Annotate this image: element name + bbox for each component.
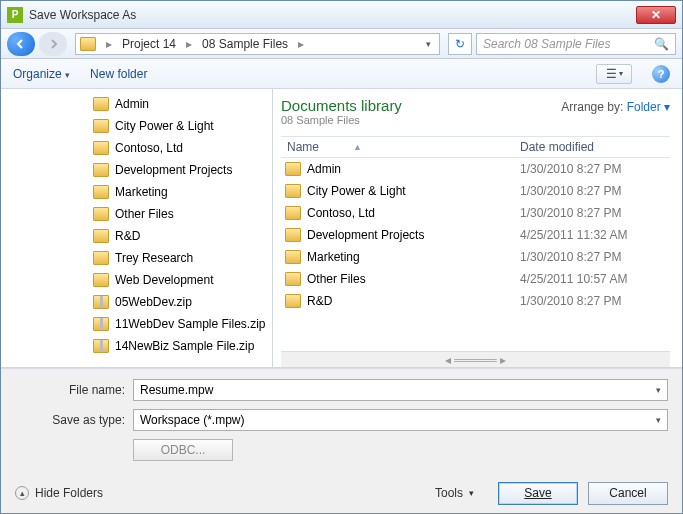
folder-icon: [93, 141, 109, 155]
library-subtitle: 08 Sample Files: [281, 114, 402, 126]
window-title: Save Workspace As: [29, 8, 636, 22]
filename-label: File name:: [15, 383, 125, 397]
folder-icon: [93, 207, 109, 221]
file-name: Contoso, Ltd: [307, 206, 375, 220]
file-name: Marketing: [307, 250, 360, 264]
tree-item[interactable]: R&D: [21, 225, 272, 247]
search-input[interactable]: Search 08 Sample Files 🔍: [476, 33, 676, 55]
view-mode-button[interactable]: ☰ ▾: [596, 64, 632, 84]
file-name: Other Files: [307, 272, 366, 286]
tree-item-label: 14NewBiz Sample File.zip: [115, 339, 254, 353]
new-folder-button[interactable]: New folder: [90, 67, 147, 81]
tree-item[interactable]: Marketing: [21, 181, 272, 203]
tree-item-label: Web Development: [115, 273, 214, 287]
breadcrumb-sep: ▸: [182, 37, 196, 51]
tree-item-label: City Power & Light: [115, 119, 214, 133]
arrange-by[interactable]: Arrange by: Folder ▾: [561, 100, 670, 114]
file-row[interactable]: Other Files4/25/2011 10:57 AM: [281, 268, 670, 290]
tree-item-label: 05WebDev.zip: [115, 295, 192, 309]
column-date[interactable]: Date modified: [520, 140, 670, 154]
organize-menu[interactable]: Organize ▾: [13, 67, 70, 81]
file-row[interactable]: Contoso, Ltd1/30/2010 8:27 PM: [281, 202, 670, 224]
back-button[interactable]: [7, 32, 35, 56]
tree-item[interactable]: City Power & Light: [21, 115, 272, 137]
tree-item[interactable]: Trey Research: [21, 247, 272, 269]
tree-item-label: 11WebDev Sample Files.zip: [115, 317, 266, 331]
file-row[interactable]: Admin1/30/2010 8:27 PM: [281, 158, 670, 180]
folder-tree[interactable]: AdminCity Power & LightContoso, LtdDevel…: [1, 89, 273, 367]
column-headers[interactable]: Name▲ Date modified: [281, 136, 670, 158]
cancel-button[interactable]: Cancel: [588, 482, 668, 505]
breadcrumb-sep: ▸: [102, 37, 116, 51]
close-button[interactable]: ✕: [636, 6, 676, 24]
chevron-down-icon[interactable]: ▾: [656, 385, 661, 395]
footer: ▴ Hide Folders Tools ▾ Save Cancel: [1, 473, 682, 513]
folder-icon: [285, 228, 301, 242]
tree-item-label: R&D: [115, 229, 140, 243]
tree-item[interactable]: 05WebDev.zip: [21, 291, 272, 313]
back-arrow-icon: [15, 38, 27, 50]
folder-icon: [93, 163, 109, 177]
help-button[interactable]: ?: [652, 65, 670, 83]
folder-icon: [93, 185, 109, 199]
file-row[interactable]: R&D1/30/2010 8:27 PM: [281, 290, 670, 312]
file-name: City Power & Light: [307, 184, 406, 198]
tree-item[interactable]: Other Files: [21, 203, 272, 225]
file-row[interactable]: City Power & Light1/30/2010 8:27 PM: [281, 180, 670, 202]
chevron-down-icon[interactable]: ▾: [656, 415, 661, 425]
file-list[interactable]: Admin1/30/2010 8:27 PMCity Power & Light…: [281, 158, 670, 351]
sort-asc-icon: ▲: [353, 142, 362, 152]
folder-icon: [93, 251, 109, 265]
tree-item[interactable]: Admin: [21, 93, 272, 115]
tree-item-label: Marketing: [115, 185, 168, 199]
file-date: 1/30/2010 8:27 PM: [520, 250, 670, 264]
breadcrumb-seg[interactable]: 08 Sample Files: [198, 37, 292, 51]
odbc-button[interactable]: ODBC...: [133, 439, 233, 461]
file-date: 4/25/2011 10:57 AM: [520, 272, 670, 286]
save-dialog: P Save Workspace As ✕ ▸ Project 14 ▸ 08 …: [0, 0, 683, 514]
nav-bar: ▸ Project 14 ▸ 08 Sample Files ▸ ▾ ↻ Sea…: [1, 29, 682, 59]
app-icon: P: [7, 7, 23, 23]
horizontal-scrollbar[interactable]: ◂ ═════ ▸: [281, 351, 670, 367]
filetype-label: Save as type:: [15, 413, 125, 427]
file-date: 1/30/2010 8:27 PM: [520, 206, 670, 220]
folder-icon: [285, 250, 301, 264]
tree-item[interactable]: Web Development: [21, 269, 272, 291]
search-icon: 🔍: [654, 37, 669, 51]
breadcrumb[interactable]: ▸ Project 14 ▸ 08 Sample Files ▸ ▾: [75, 33, 440, 55]
file-row[interactable]: Marketing1/30/2010 8:27 PM: [281, 246, 670, 268]
file-date: 1/30/2010 8:27 PM: [520, 184, 670, 198]
file-date: 4/25/2011 11:32 AM: [520, 228, 670, 242]
filetype-select[interactable]: Workspace (*.mpw) ▾: [133, 409, 668, 431]
file-date: 1/30/2010 8:27 PM: [520, 294, 670, 308]
file-date: 1/30/2010 8:27 PM: [520, 162, 670, 176]
tree-item[interactable]: 14NewBiz Sample File.zip: [21, 335, 272, 357]
hide-folders-button[interactable]: ▴ Hide Folders: [15, 486, 103, 500]
folder-icon: [285, 206, 301, 220]
folder-icon: [80, 37, 96, 51]
folder-icon: [93, 119, 109, 133]
column-name[interactable]: Name▲: [281, 140, 520, 154]
file-name: R&D: [307, 294, 332, 308]
tree-item[interactable]: Development Projects: [21, 159, 272, 181]
save-button[interactable]: Save: [498, 482, 578, 505]
breadcrumb-seg[interactable]: Project 14: [118, 37, 180, 51]
save-form: File name: Resume.mpw ▾ Save as type: Wo…: [1, 368, 682, 473]
forward-arrow-icon: [47, 38, 59, 50]
tree-item[interactable]: 11WebDev Sample Files.zip: [21, 313, 272, 335]
search-placeholder: Search 08 Sample Files: [483, 37, 610, 51]
forward-button[interactable]: [39, 32, 67, 56]
folder-icon: [285, 184, 301, 198]
folder-icon: [93, 273, 109, 287]
body: AdminCity Power & LightContoso, LtdDevel…: [1, 89, 682, 368]
tools-menu[interactable]: Tools ▾: [435, 486, 474, 500]
breadcrumb-sep: ▸: [294, 37, 308, 51]
tree-item-label: Contoso, Ltd: [115, 141, 183, 155]
tree-item-label: Development Projects: [115, 163, 232, 177]
file-row[interactable]: Development Projects4/25/2011 11:32 AM: [281, 224, 670, 246]
tree-item[interactable]: Contoso, Ltd: [21, 137, 272, 159]
filename-input[interactable]: Resume.mpw ▾: [133, 379, 668, 401]
toolbar: Organize ▾ New folder ☰ ▾ ?: [1, 59, 682, 89]
refresh-button[interactable]: ↻: [448, 33, 472, 55]
chevron-down-icon[interactable]: ▾: [422, 39, 435, 49]
